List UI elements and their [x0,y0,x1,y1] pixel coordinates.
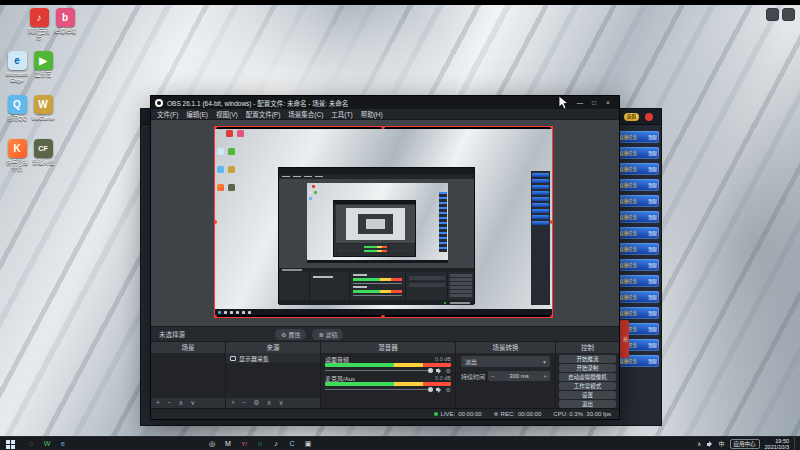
volume-slider[interactable] [325,389,433,390]
show-desktop-button[interactable] [794,437,797,450]
transition-select[interactable]: 淡出 ▾ [461,356,550,367]
live-banner[interactable]: 直播任务领取 [617,243,659,255]
source-item-display-capture[interactable]: 显示器采集 [226,353,320,363]
tray-volume-icon[interactable] [707,441,714,447]
duration-increase-button[interactable]: + [543,373,547,380]
desktop-wallpaper: ♪ 网易云音乐 b 哔哩哔哩 e Microsoft Edge ▶ 爱奇艺 Q … [0,5,800,436]
start-streaming-button[interactable]: 开始推流 [559,355,616,363]
live-banner[interactable]: 直播任务领取 [617,275,659,287]
virtual-camera-button[interactable]: 启动虚拟摄像机 [559,373,616,381]
source-down-button[interactable]: ∨ [279,398,284,408]
channel-settings-icon[interactable]: ⚙ [446,387,451,393]
menu-profile[interactable]: 配置文件(P) [246,109,281,119]
duration-decrease-button[interactable]: − [491,373,495,380]
taskbar-mic-icon[interactable]: M [221,437,235,450]
obs-window[interactable]: OBS 26.1.1 (64-bit, windows) - 配置文件: 未命名… [150,95,620,420]
source-up-button[interactable]: ∧ [266,398,271,408]
selection-handle[interactable] [550,127,552,129]
selection-handle[interactable] [215,315,217,317]
desktop-icon-crossfire[interactable]: CF 穿越火线 [30,139,56,165]
add-source-button[interactable]: + [231,398,235,408]
properties-button[interactable]: ⚙属性 [275,329,306,340]
selection-handle[interactable] [550,220,552,224]
mixer-dock-title[interactable]: 混音器 [321,342,455,353]
scene-up-button[interactable]: ∧ [178,398,183,408]
channel-settings-icon[interactable]: ⚙ [446,368,451,374]
taskbar-edge-icon[interactable]: e [56,437,70,450]
menu-file[interactable]: 文件(F) [157,109,178,119]
live-banner[interactable]: 直播任务领取 [617,131,659,143]
desktop-icon-netease-music[interactable]: ♪ 网易云音乐 [26,8,52,40]
taskbar-headset-icon[interactable]: ∩ [253,437,267,450]
live-banner[interactable]: 直播任务领取 [617,163,659,175]
volume-slider[interactable] [325,370,433,371]
menu-tools[interactable]: 工具(T) [331,109,352,119]
maximize-button[interactable]: □ [587,99,601,106]
desktop-widget-icon[interactable] [782,8,795,21]
live-banner[interactable]: 直播任务领取 [617,307,659,319]
settings-button[interactable]: 设置 [559,391,616,399]
selection-handle[interactable] [550,315,552,317]
taskbar-clock[interactable]: 19:50 2021/10/3 [765,438,789,450]
duration-spinbox[interactable]: − 300 ms + [488,371,550,381]
tray-chevron-up-icon[interactable]: ∧ [697,437,701,450]
remove-scene-button[interactable]: − [167,398,171,408]
desktop-icon-bilibili[interactable]: b 哔哩哔哩 [52,8,78,34]
desktop-icon-qq[interactable]: Q 腾讯QQ [4,95,30,121]
live-banner[interactable]: 直播任务领取 [617,259,659,271]
desktop-icon-iqiyi[interactable]: ▶ 爱奇艺 [30,51,56,77]
start-button[interactable] [3,439,17,449]
menu-scene-collection[interactable]: 场景集合(C) [288,109,323,119]
display-capture-source[interactable] [215,127,552,317]
menu-view[interactable]: 视图(V) [216,109,238,119]
menu-edit[interactable]: 编辑(E) [186,109,208,119]
live-banner[interactable]: 直播任务领取 [617,179,659,191]
taskbar-store-icon[interactable]: ▣ [301,437,315,450]
desktop-icon-kuaishou[interactable]: K 快手直播伴侣 [4,139,30,171]
studio-mode-button[interactable]: 工作室模式 [559,382,616,390]
selection-handle[interactable] [381,315,385,317]
recharge-button[interactable]: 充值 [624,113,639,121]
app-center-button[interactable]: 应用中心 [730,439,760,449]
scenes-dock-title[interactable]: 场景 [151,342,225,353]
micro-audio-meter [364,250,387,252]
filters-button[interactable]: ≣滤镜 [312,329,343,340]
sources-list[interactable]: 显示器采集 [226,353,320,398]
remove-source-button[interactable]: − [242,398,246,408]
sources-dock-title[interactable]: 来源 [226,342,320,353]
taskbar-search-icon[interactable]: ◌ [24,437,38,450]
speaker-icon[interactable] [436,368,443,374]
obs-preview-area[interactable] [151,120,619,326]
add-scene-button[interactable]: + [156,398,160,408]
minimize-button[interactable]: — [573,99,587,106]
desktop-widget-icon[interactable] [766,8,779,21]
taskbar-chat-icon[interactable]: C [285,437,299,450]
volume-knob[interactable] [428,368,433,373]
start-recording-button[interactable]: 开始录制 [559,364,616,372]
close-button[interactable]: × [601,99,615,106]
taskbar-yy-icon[interactable]: Y! [237,437,251,450]
exit-button[interactable]: 退出 [559,400,616,408]
scene-down-button[interactable]: ∨ [190,398,195,408]
scenes-list[interactable] [151,353,225,398]
hot-ribbon[interactable]: 热 [620,320,629,358]
controls-dock-title[interactable]: 控制 [556,342,619,353]
live-banner[interactable]: 直播任务领取 [617,147,659,159]
volume-knob[interactable] [428,387,433,392]
live-banner[interactable]: 直播任务领取 [617,195,659,207]
source-properties-button[interactable]: ⚙ [253,398,259,408]
taskbar-obs-icon[interactable]: ◎ [205,437,219,450]
mic-mute-icon[interactable] [436,387,443,393]
selection-handle[interactable] [215,220,217,224]
live-banner[interactable]: 直播任务领取 [617,227,659,239]
desktop-icon-edge[interactable]: e Microsoft Edge [4,51,30,83]
transitions-dock-title[interactable]: 场景转换 [456,342,555,353]
obs-title-bar[interactable]: OBS 26.1.1 (64-bit, windows) - 配置文件: 未命名… [151,96,619,109]
menu-help[interactable]: 帮助(H) [361,109,383,119]
desktop-icon-wegame[interactable]: W WeGame [30,95,56,121]
live-banner[interactable]: 直播任务领取 [617,211,659,223]
taskbar-wechat-icon[interactable]: W [40,437,54,450]
ime-indicator[interactable]: 中 [719,437,725,450]
taskbar-music-icon[interactable]: ♪ [269,437,283,450]
live-banner[interactable]: 直播任务领取 [617,291,659,303]
